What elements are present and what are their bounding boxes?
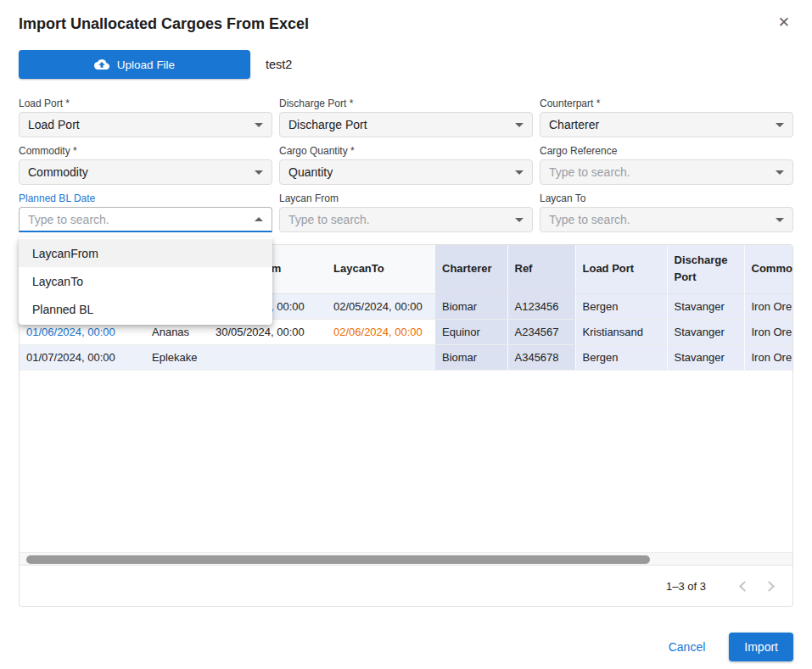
field-laycan-to: Laycan To Type to search. [540,192,793,232]
menu-item-planned-bl[interactable]: Planned BL [19,295,272,323]
chevron-down-icon [776,170,784,175]
chevron-down-icon [255,123,263,127]
chevron-down-icon [776,218,784,222]
previous-page-button[interactable] [730,572,757,599]
counterpart-select[interactable]: Charterer [540,112,793,137]
chevron-down-icon [515,170,524,175]
field-load-port: Load Port * Load Port [19,98,272,137]
chevron-down-icon [255,170,263,175]
discharge-port-select[interactable]: Discharge Port [279,112,533,137]
field-label: Planned BL Date [19,192,272,204]
scrollbar-thumb[interactable] [26,555,650,564]
planned-bl-date-menu: LaycanFrom LaycanTo Planned BL [19,237,272,325]
dialog-header: Import Unallocated Cargoes From Excel ✕ [19,12,793,33]
field-laycan-from: Laycan From Type to search. [279,192,533,232]
field-discharge-port: Discharge Port * Discharge Port [279,98,533,137]
menu-item-laycanto[interactable]: LaycanTo [19,267,272,295]
pagination-bar: 1–3 of 3 [20,566,792,606]
laycan-from-select[interactable]: Type to search. [279,207,533,232]
cargo-reference-select[interactable]: Type to search. [540,159,793,185]
next-page-button[interactable] [757,572,784,599]
field-label: Cargo Reference [540,145,793,157]
commodity-select[interactable]: Commodity [19,159,272,185]
chevron-down-icon [515,123,524,127]
table-row: 01/07/2024, 00:00 Eplekake Biomar A34567… [20,344,792,370]
column-header-charterer: Charterer [435,245,507,293]
field-cargo-quantity: Cargo Quantity * Quantity [279,145,533,185]
chevron-down-icon [515,218,524,222]
pagination-range: 1–3 of 3 [666,580,706,593]
import-button[interactable]: Import [729,633,793,661]
menu-item-laycanfrom[interactable]: LaycanFrom [19,239,272,267]
close-icon[interactable]: ✕ [775,12,793,33]
field-label: Commodity * [19,145,272,157]
horizontal-scrollbar[interactable] [20,552,792,566]
dialog-actions: Cancel Import [19,633,793,661]
chevron-down-icon [776,123,784,127]
upload-file-button[interactable]: Upload File [19,50,250,79]
laycan-to-select[interactable]: Type to search. [540,207,793,232]
cargo-quantity-select[interactable]: Quantity [279,159,533,185]
cloud-upload-icon [94,57,109,72]
column-header-discharge-port: Discharge Port [667,245,744,293]
chevron-right-icon [764,581,775,592]
load-port-select[interactable]: Load Port [19,112,272,137]
uploaded-file-name: test2 [266,58,292,71]
page-title: Import Unallocated Cargoes From Excel [19,12,309,33]
column-header-commodity: Commodity [744,245,792,293]
upload-row: Upload File test2 [19,50,793,79]
field-label: Laycan From [279,192,533,204]
field-label: Cargo Quantity * [279,145,533,157]
field-planned-bl-date: Planned BL Date LaycanFrom LaycanTo Plan… [19,192,272,232]
column-header-load-port: Load Port [575,245,667,293]
planned-bl-date-combobox[interactable] [19,207,272,232]
field-label: Load Port * [19,98,272,109]
mapping-form: Load Port * Load Port Discharge Port * D… [19,98,793,232]
import-dialog: Import Unallocated Cargoes From Excel ✕ … [0,0,812,669]
chevron-up-icon [255,217,263,221]
field-label: Laycan To [540,192,793,204]
planned-bl-date-input[interactable] [28,213,232,226]
field-counterpart: Counterpart * Charterer [540,98,793,137]
upload-button-label: Upload File [117,59,175,71]
field-commodity: Commodity * Commodity [19,145,272,185]
column-header-laycanto: LaycanTo [327,245,435,293]
cancel-button[interactable]: Cancel [669,640,706,654]
chevron-left-icon [739,581,750,592]
field-cargo-reference: Cargo Reference Type to search. [540,145,793,185]
column-header-ref: Ref [507,245,575,293]
field-label: Discharge Port * [279,98,533,109]
field-label: Counterpart * [540,98,793,109]
